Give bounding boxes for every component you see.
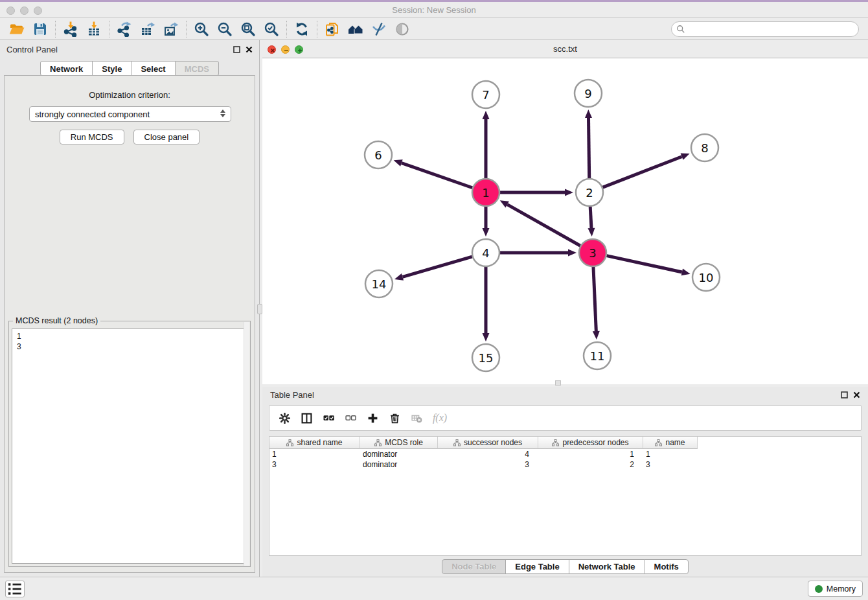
network-window-titlebar[interactable]: scc.txt: [262, 40, 868, 58]
graph-edge-2-9[interactable]: [588, 118, 589, 178]
zoom-selected-icon[interactable]: [260, 19, 283, 39]
close-network-icon[interactable]: [268, 45, 276, 54]
hide-columns-icon[interactable]: [341, 408, 360, 428]
table-cell: dominator: [360, 449, 438, 459]
graph-edge-3-11[interactable]: [593, 267, 596, 331]
table-panel-title: Table Panel: [270, 390, 314, 400]
graph-edge-4-14[interactable]: [402, 257, 472, 277]
save-icon[interactable]: [29, 19, 52, 39]
import-table-icon[interactable]: [82, 19, 106, 39]
zoom-out-icon[interactable]: [213, 19, 236, 39]
edge-arrowhead: [394, 159, 403, 166]
hide-visibility-icon[interactable]: [367, 19, 391, 39]
table-cell: 1: [538, 449, 643, 459]
search-input[interactable]: [671, 21, 859, 37]
show-columns-icon[interactable]: [319, 408, 338, 428]
task-history-button[interactable]: [5, 581, 25, 597]
minimize-window-icon[interactable]: [20, 6, 29, 15]
search-icon: [676, 25, 685, 34]
window-controls[interactable]: [6, 6, 42, 15]
table-cell: dominator: [360, 459, 438, 470]
mcds-result-group: MCDS result (2 nodes) 13: [8, 321, 251, 567]
zoom-fit-icon[interactable]: [236, 19, 260, 39]
table-row[interactable]: 3dominator323: [269, 459, 861, 470]
maximize-network-icon[interactable]: [295, 45, 303, 54]
column-header-successor-nodes[interactable]: successor nodes: [438, 437, 538, 449]
show-graphics-icon[interactable]: [391, 19, 414, 39]
toolbar-separator: [286, 21, 287, 38]
graph-node-label: 9: [584, 87, 591, 100]
graph-node-label: 8: [701, 141, 708, 155]
table-row[interactable]: 1dominator411: [269, 449, 861, 459]
network-view-window: scc.txt 7968124314101511: [260, 40, 868, 384]
function-builder-icon: f(x): [429, 408, 451, 428]
gear-icon[interactable]: [275, 408, 294, 428]
close-panel-icon[interactable]: [853, 391, 860, 398]
edge-arrowhead: [483, 111, 490, 119]
tab-select[interactable]: Select: [131, 61, 175, 76]
close-panel-button[interactable]: Close panel: [133, 130, 200, 144]
node-table[interactable]: shared nameMCDS rolesuccessor nodesprede…: [269, 436, 862, 556]
export-table-icon[interactable]: [136, 19, 159, 39]
graph-node-label: 7: [482, 88, 489, 102]
homes-icon[interactable]: [344, 19, 367, 39]
zoom-in-icon[interactable]: [190, 19, 213, 39]
graph-node-label: 10: [699, 271, 714, 284]
edge-arrowhead: [593, 331, 600, 340]
column-label: MCDS role: [385, 438, 423, 447]
toolbar-separator: [186, 21, 187, 38]
optimization-criterion-label: Optimization criterion:: [5, 90, 255, 100]
column-layout-icon[interactable]: [297, 408, 316, 428]
graph-edge-2-3[interactable]: [590, 207, 591, 228]
tab-style[interactable]: Style: [92, 61, 131, 76]
graph-node-label: 6: [374, 148, 382, 162]
splitter-grip[interactable]: [257, 304, 262, 314]
tab-motifs[interactable]: Motifs: [645, 559, 689, 574]
duplicate-network-icon[interactable]: [321, 19, 344, 39]
column-header-name[interactable]: name: [643, 437, 698, 449]
graph-edge-3-10[interactable]: [606, 256, 681, 272]
graph-edge-3-1[interactable]: [507, 205, 580, 246]
add-column-icon[interactable]: [363, 408, 382, 428]
select-stepper-icon: [220, 110, 225, 117]
edge-arrowhead: [483, 228, 490, 237]
tab-network-table[interactable]: Network Table: [569, 559, 645, 574]
graph-edge-2-8[interactable]: [603, 157, 682, 187]
column-tree-icon: [552, 439, 559, 446]
memory-button[interactable]: Memory: [808, 581, 863, 597]
export-network-icon[interactable]: [113, 19, 136, 39]
result-scrollbar[interactable]: [244, 322, 249, 566]
mcds-result-line: 3: [17, 341, 247, 352]
network-canvas-svg: 7968124314101511: [262, 58, 868, 384]
tab-network[interactable]: Network: [40, 61, 93, 76]
splitter-grip[interactable]: [555, 380, 561, 386]
tab-mcds[interactable]: MCDS: [175, 61, 219, 76]
column-header-predecessor-nodes[interactable]: predecessor nodes: [538, 437, 643, 449]
optimization-criterion-select[interactable]: strongly connected component: [29, 106, 231, 122]
tab-edge-table[interactable]: Edge Table: [505, 559, 569, 574]
import-network-icon[interactable]: [59, 19, 82, 39]
open-folder-icon[interactable]: [5, 19, 29, 39]
selected-option-label: strongly connected component: [35, 110, 150, 119]
minimize-network-icon[interactable]: [281, 45, 290, 54]
column-header-shared-name[interactable]: shared name: [269, 437, 360, 449]
export-image-icon[interactable]: [159, 19, 183, 39]
mcds-result-text[interactable]: 13: [12, 329, 247, 564]
maximize-window-icon[interactable]: [34, 6, 42, 15]
delete-column-icon[interactable]: [385, 408, 404, 428]
column-header-MCDS-role[interactable]: MCDS role: [360, 437, 438, 449]
refresh-icon[interactable]: [290, 19, 314, 39]
close-window-icon[interactable]: [6, 6, 15, 15]
table-cell: 4: [438, 449, 538, 459]
graph-edge-1-6[interactable]: [402, 163, 472, 188]
status-bar: Memory: [0, 577, 868, 600]
table-tabs: Node TableEdge TableNetwork TableMotifs: [262, 559, 868, 574]
graph-node-label: 3: [589, 246, 596, 260]
float-panel-icon[interactable]: [841, 391, 848, 398]
run-mcds-button[interactable]: Run MCDS: [60, 130, 124, 144]
tab-node-table[interactable]: Node Table: [442, 559, 506, 574]
horizontal-splitter[interactable]: [260, 384, 868, 387]
float-panel-icon[interactable]: [233, 46, 240, 53]
network-canvas[interactable]: 7968124314101511: [262, 58, 868, 384]
close-panel-icon[interactable]: [246, 46, 253, 53]
